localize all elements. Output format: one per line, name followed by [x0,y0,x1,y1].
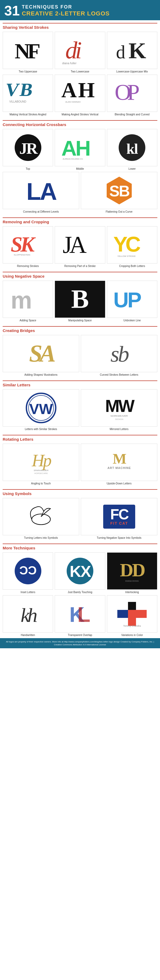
logo-box-op: OP [107,75,157,112]
svg-text:HORSECARE: HORSECARE [34,472,48,474]
svg-text:H: H [78,78,94,102]
logo-box-artmachine: M ART MACHINE [81,444,157,481]
row-rotating-1: Hp SPARHANGER HORSECARE Angling to Touch… [3,444,157,485]
svg-text:A: A [61,78,77,102]
row-1: NF Two Uppercase di diana fuller Two Low… [3,32,157,73]
row-removing-1: SK KLOPPENSTEIN Removing Strokes JA Remo… [3,226,157,267]
logo-tc-cross: Tommy Chandra Variations in Color [107,595,157,636]
logo-mw: MW MARKWEAVER DESIGN Mirrored Letters [81,389,157,431]
caption-yc: Cropping Both Letters [118,264,146,267]
svg-text:UP: UP [114,288,141,312]
caption-tc-cross: Variations in Color [120,634,144,636]
logo-box-nf: NF [3,32,53,69]
caption-sb-curved: Curved Strokes Between Letters [99,373,139,376]
svg-text:CC: CC [19,563,37,577]
svg-text:K: K [128,38,146,63]
logo-box-hp: Hp SPARHANGER HORSECARE [3,444,79,481]
svg-text:YELLOW STROKE: YELLOW STROKE [117,255,136,258]
row-similar-1: VW Letters with Similar Strokes MW MARKW… [3,389,157,431]
caption-dk: Lowercase-Uppercase Mix [115,70,149,73]
logo-sb-curved: sb Curved Strokes Between Letters [81,335,157,376]
section-bridges: Creating Bridges SA Adding Shapes/ Illus… [0,323,160,378]
svg-text:SA: SA [29,340,55,367]
svg-text:MARKWEAVER: MARKWEAVER [110,415,128,417]
logo-box-diana-dogg: DD DIANA DOGG [107,552,157,590]
svg-text:DESIGN: DESIGN [115,418,123,420]
logo-ah: A H ALAN HANNAH Making Angled Strokes Ve… [55,75,105,116]
footer-text: All logos are property of their respecti… [6,641,154,646]
caption-b-dark: Manipulating Space [67,319,93,322]
svg-text:SPARHANGER: SPARHANGER [34,469,48,472]
section-title-removing: Removing and Cropping [3,218,157,224]
logo-kh: kh Handwritten [3,595,53,636]
caption-vb: Making Vertical Strokes Angled [8,113,48,116]
svg-text:KLOPPENSTEIN: KLOPPENSTEIN [14,254,30,256]
caption-sa: Adding Shapes/ Illustrations [24,373,59,376]
logo-di: di diana fuller Two Lowercase [55,32,105,73]
logo-box-b-dark: B [55,281,105,318]
svg-text:B: B [71,284,89,313]
logo-box-tc-cross: Tommy Chandra [107,595,157,633]
logo-box-ah-middle: AH ALIREZA HOLDING CO. [55,129,105,166]
svg-text:ALAN HANNAH: ALAN HANNAH [66,101,80,103]
section-title-negative: Using Negative Space [3,272,157,278]
svg-text:L: L [77,603,90,627]
caption-kh: Handwritten [20,634,36,636]
section-title-symbols: Using Symbols [3,489,157,496]
row-crossbars-1: JR Top AH ALIREZA HOLDING CO. Middle kl … [3,129,157,170]
svg-text:ALIREZA HOLDING CO.: ALIREZA HOLDING CO. [62,158,83,160]
svg-text:YC: YC [114,232,140,256]
logo-box-up: UP [107,281,157,318]
section-title-rotating: Rotating Letters [3,435,157,442]
section-rotating: Rotating Letters Hp SPARHANGER HORSECARE… [0,432,160,487]
svg-text:B: B [18,79,34,100]
svg-text:FIT CAT: FIT CAT [110,521,128,525]
page-footer: All logos are property of their respecti… [0,638,160,648]
logo-fc-cat: FC FIT CAT Turning Negative Space Into S… [81,498,157,539]
logo-box-k-overlap: K L [55,595,105,633]
logo-yc: YC YELLOW STROKE Cropping Both Letters [107,226,157,267]
svg-text:SK: SK [11,232,36,256]
row-2: V B VILLABOUND Making Vertical Strokes A… [3,75,157,116]
logo-jr: JR Top [3,129,53,170]
section-title-sharing-vertical: Sharing Vertical Strokes [3,23,157,30]
logo-box-fc-cat: FC FIT CAT [81,498,157,535]
svg-text:MW: MW [105,396,135,416]
logo-sa: SA Adding Shapes/ Illustrations [3,335,79,376]
svg-rect-60 [117,610,128,618]
svg-text:di: di [66,37,82,64]
caption-k-overlap: Transparent Overlap [67,634,93,636]
logo-box-swan [3,498,79,535]
logo-vw: VW Letters with Similar Strokes [3,389,79,431]
caption-nf: Two Uppercase [18,70,38,73]
logo-up: UP Unbroken Line [107,281,157,322]
section-negative: Using Negative Space m Adding Space B Ma… [0,269,160,323]
logo-sk: SK KLOPPENSTEIN Removing Strokes [3,226,53,267]
logo-artmachine: M ART MACHINE Upside-Down Letters [81,444,157,485]
svg-text:VILLABOUND: VILLABOUND [9,100,26,103]
svg-text:DIANA DOGG: DIANA DOGG [125,580,139,582]
logo-op: OP Blending Straight and Curved [107,75,157,116]
row-symbols-1: Turning Letters into Symbols FC FIT CAT … [3,498,157,539]
caption-fc-cat: Turning Negative Space Into Symbols [96,536,142,539]
logo-box-sk: SK KLOPPENSTEIN [3,226,53,264]
svg-text:M: M [112,450,126,467]
logo-box-yc: YC YELLOW STROKE [107,226,157,264]
logo-vb: V B VILLABOUND Making Vertical Strokes A… [3,75,53,116]
caption-diana-dogg: Interlocking [124,591,140,593]
header-line2: CREATIVE 2-LETTER LOGOS [22,10,110,17]
logo-box-vw: VW [3,389,79,426]
section-title-bridges: Creating Bridges [3,326,157,333]
logo-box-sb-curved: sb [81,335,157,372]
logo-box-m-gray: m [3,281,53,318]
svg-text:KX: KX [70,563,91,580]
header-line1: TECHNIQUES FOR [22,4,110,10]
svg-text:Hp: Hp [32,451,51,470]
svg-text:sb: sb [110,341,128,366]
logo-kx: KX Just Barely Touching [55,552,105,593]
row-bridges-1: SA Adding Shapes/ Illustrations sb Curve… [3,335,157,376]
logo-diana-dogg: DD DIANA DOGG Interlocking [107,552,157,593]
row-negative-1: m Adding Space B Manipulating Space UP U… [3,281,157,322]
caption-sk: Removing Strokes [16,264,40,267]
logo-box-jr: JR [3,129,53,166]
